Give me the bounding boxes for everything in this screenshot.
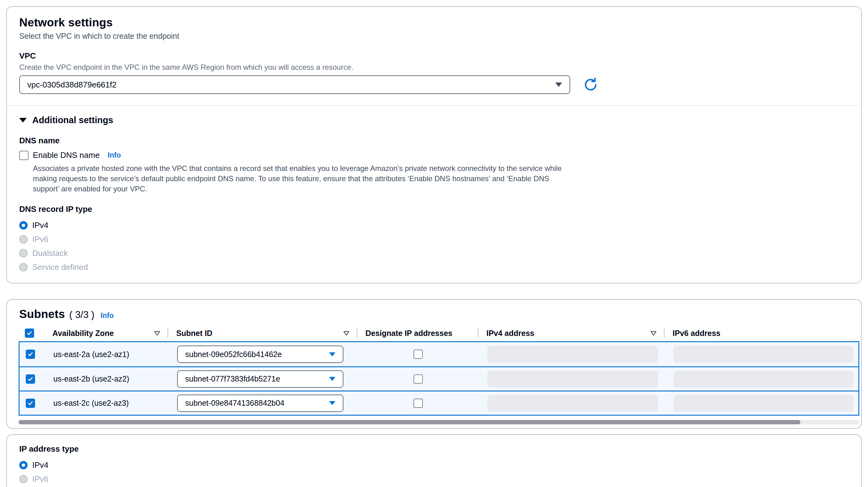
subnet-select[interactable]: subnet-09e052fc66b41462e	[177, 345, 343, 363]
row-cell-ipv4	[479, 342, 665, 366]
enable-dns-name-checkbox[interactable]	[19, 151, 29, 160]
row-cell-designate-ip	[358, 392, 479, 415]
row-cell-ipv6	[665, 367, 859, 391]
vpc-select-row: vpc-0305d38d879e661f2	[19, 75, 849, 94]
row-checkbox[interactable]	[26, 349, 35, 359]
network-settings-title: Network settings	[19, 16, 849, 29]
radio-label: IPv6	[32, 474, 49, 484]
column-label: Subnet ID	[176, 329, 213, 338]
network-settings-card: Network settings Select the VPC in which…	[6, 6, 862, 283]
chevron-down-icon	[329, 377, 335, 381]
header-cell-select-all	[19, 325, 40, 341]
designate-ip-checkbox[interactable]	[413, 399, 423, 408]
horizontal-scrollbar-thumb[interactable]	[19, 420, 800, 424]
vpc-description: Create the VPC endpoint in the VPC in th…	[19, 63, 849, 72]
row-cell-availability-zone: us-east-2c (use2-az3)	[41, 392, 168, 415]
network-settings-subtitle: Select the VPC in which to create the en…	[19, 32, 849, 41]
table-row[interactable]: us-east-2c (use2-az3) subnet-09e84741368…	[20, 391, 858, 415]
sort-filter-icon[interactable]	[650, 330, 657, 337]
dns-record-ip-type-group: IPv4 IPv6 Dualstack Service defined	[19, 218, 849, 274]
radio-button-selected[interactable]	[19, 461, 28, 469]
row-cell-subnet-id: subnet-09e84741368842b04	[168, 392, 358, 415]
radio-option-ipv4[interactable]: IPv4	[19, 458, 849, 472]
radio-label: IPv4	[32, 460, 49, 470]
availability-zone-value: us-east-2a (use2-az1)	[53, 350, 129, 359]
dns-name-label: DNS name	[19, 136, 849, 146]
row-checkbox[interactable]	[26, 399, 35, 408]
radio-button-disabled	[19, 235, 28, 243]
subnets-table-body: us-east-2a (use2-az1) subnet-09e052fc66b…	[19, 341, 859, 416]
subnets-info-link[interactable]: Info	[100, 311, 114, 320]
radio-label: Service defined	[32, 263, 88, 272]
radio-option-dualstack: Dualstack	[19, 246, 849, 260]
additional-settings-title: Additional settings	[32, 115, 113, 125]
subnet-select-value: subnet-09e84741368842b04	[185, 399, 284, 407]
table-row[interactable]: us-east-2b (use2-az2) subnet-077f7383fd4…	[20, 366, 858, 391]
subnet-select[interactable]: subnet-077f7383fd4b5271e	[177, 370, 343, 388]
vpc-select[interactable]: vpc-0305d38d879e661f2	[19, 75, 570, 94]
chevron-down-icon	[555, 83, 562, 87]
table-row[interactable]: us-east-2a (use2-az1) subnet-09e052fc66b…	[20, 342, 858, 366]
vpc-label: VPC	[19, 51, 849, 61]
radio-option-service-defined: Service defined	[19, 260, 849, 274]
radio-button-selected[interactable]	[19, 221, 28, 230]
designate-ip-checkbox[interactable]	[413, 374, 423, 384]
subnet-select-value: subnet-077f7383fd4b5271e	[185, 374, 280, 384]
ip-address-type-label: IP address type	[19, 444, 849, 454]
vpc-select-value: vpc-0305d38d879e661f2	[27, 80, 117, 90]
designate-ip-checkbox[interactable]	[413, 349, 423, 359]
row-cell-ipv4	[479, 392, 665, 415]
row-cell-designate-ip	[358, 342, 479, 366]
sort-filter-icon[interactable]	[154, 330, 161, 337]
dns-name-description: Associates a private hosted zone with th…	[33, 163, 571, 194]
row-cell-select	[20, 367, 41, 391]
radio-label: Dualstack	[32, 248, 68, 258]
row-checkbox[interactable]	[26, 374, 35, 384]
ip-address-type-group: IPv4 IPv6 Dualstack	[19, 458, 849, 487]
dns-record-ip-type-label: DNS record IP type	[19, 205, 849, 214]
row-cell-availability-zone: us-east-2b (use2-az2)	[41, 367, 168, 391]
row-cell-ipv6	[665, 342, 859, 366]
column-label: Designate IP addresses	[366, 329, 452, 338]
dns-name-info-link[interactable]: Info	[107, 151, 121, 159]
horizontal-scrollbar-track	[19, 420, 859, 424]
enable-dns-name-row: Enable DNS name Info	[19, 150, 849, 160]
ipv6-address-input	[674, 395, 854, 412]
radio-button-disabled	[19, 263, 28, 271]
row-cell-ipv4	[479, 367, 665, 391]
page: Network settings Select the VPC in which…	[0, 0, 868, 487]
refresh-icon	[583, 77, 599, 93]
additional-settings-toggle[interactable]: Additional settings	[19, 115, 849, 125]
enable-dns-name-checkbox-label: Enable DNS name	[33, 150, 100, 160]
availability-zone-value: us-east-2c (use2-az3)	[53, 399, 129, 407]
column-label: IPv6 address	[673, 329, 720, 338]
radio-label: IPv4	[32, 220, 49, 230]
row-cell-subnet-id: subnet-09e052fc66b41462e	[168, 342, 358, 366]
subnet-select-value: subnet-09e052fc66b41462e	[185, 350, 282, 359]
column-label: IPv4 address	[487, 329, 534, 338]
subnets-card: Subnets ( 3/3 ) Info Availability Zone	[6, 299, 862, 429]
chevron-down-icon	[329, 353, 335, 357]
select-all-checkbox[interactable]	[25, 329, 34, 338]
ipv6-address-input	[674, 346, 854, 363]
section-divider	[7, 105, 861, 106]
radio-option-ipv6: IPv6	[19, 232, 849, 246]
header-cell-designate-ip: Designate IP addresses	[357, 325, 478, 341]
availability-zone-value: us-east-2b (use2-az2)	[53, 374, 129, 384]
radio-option-ipv6: IPv6	[19, 472, 849, 486]
row-cell-ipv6	[665, 392, 859, 415]
subnet-select[interactable]: subnet-09e84741368842b04	[177, 395, 343, 412]
ip-address-type-card: IP address type IPv4 IPv6 Dualstack	[6, 434, 862, 487]
ipv4-address-input	[487, 371, 658, 388]
sort-filter-icon[interactable]	[343, 330, 350, 337]
header-cell-ipv6-address: IPv6 address	[664, 325, 859, 341]
row-cell-availability-zone: us-east-2a (use2-az1)	[41, 342, 168, 366]
header-cell-ipv4-address: IPv4 address	[478, 325, 664, 341]
chevron-down-icon	[329, 401, 335, 405]
header-cell-availability-zone: Availability Zone	[40, 325, 167, 341]
radio-option-ipv4[interactable]: IPv4	[19, 218, 849, 232]
ipv4-address-input	[487, 346, 658, 363]
ipv4-address-input	[487, 395, 658, 412]
refresh-button[interactable]	[583, 77, 599, 93]
radio-button-disabled	[19, 249, 28, 257]
